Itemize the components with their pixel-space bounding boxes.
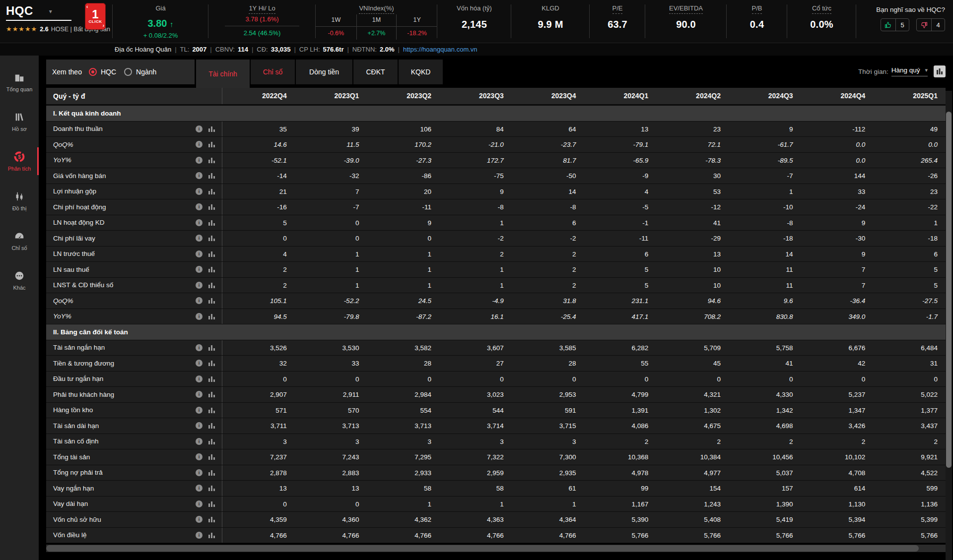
- info-icon[interactable]: i: [196, 453, 203, 460]
- row-chart-icon[interactable]: [208, 470, 215, 476]
- info-icon[interactable]: i: [196, 438, 203, 445]
- info-icon[interactable]: i: [196, 141, 203, 148]
- cell-value: 144: [801, 168, 874, 184]
- cell-value: 4,363: [439, 512, 512, 527]
- row-chart-icon[interactable]: [208, 501, 215, 507]
- row-chart-icon[interactable]: [208, 157, 215, 163]
- cell-value: 11: [729, 278, 801, 293]
- cell-value: 6: [873, 247, 946, 262]
- info-icon[interactable]: i: [196, 235, 203, 242]
- row-chart-icon[interactable]: [208, 126, 215, 132]
- row-chart-icon[interactable]: [208, 454, 215, 460]
- ticker-underline: [6, 20, 71, 21]
- row-chart-icon[interactable]: [208, 298, 215, 304]
- tab-kqkd[interactable]: KQKD: [399, 60, 443, 84]
- row-chart-icon[interactable]: [208, 266, 215, 272]
- sidebar-item-tong-quan[interactable]: Tổng quan: [0, 62, 39, 102]
- view-radio-ng-nh[interactable]: Ngành: [124, 68, 156, 76]
- sidebar-item-label: Khác: [13, 285, 25, 291]
- info-icon[interactable]: i: [196, 203, 203, 210]
- sidebar-item-phan-tich[interactable]: $Phân tích: [0, 141, 39, 181]
- row-chart-icon[interactable]: [208, 173, 215, 179]
- row-chart-icon[interactable]: [208, 485, 215, 491]
- horizontal-scrollbar[interactable]: [46, 545, 946, 552]
- one-click-logo[interactable]: ‹ 1 CLICK ›: [85, 3, 106, 30]
- cell-value: -27.3: [367, 153, 439, 168]
- info-icon[interactable]: i: [196, 407, 203, 414]
- cell-value: 23: [873, 184, 946, 199]
- info-icon[interactable]: i: [196, 485, 203, 492]
- company-link[interactable]: https://hoangquan.com.vn: [403, 46, 477, 53]
- info-icon[interactable]: i: [196, 422, 203, 429]
- horizontal-scrollbar-thumb[interactable]: [46, 545, 919, 552]
- chart-view-button[interactable]: [934, 65, 946, 77]
- info-icon[interactable]: i: [196, 360, 203, 367]
- info-icon[interactable]: i: [196, 391, 203, 398]
- info-icon[interactable]: i: [196, 266, 203, 273]
- vertical-scrollbar-thumb[interactable]: [946, 112, 952, 468]
- tab-d-ng-ti-n[interactable]: Dòng tiền: [296, 60, 352, 84]
- sidebar-item-ho-so[interactable]: Hồ sơ: [0, 102, 39, 141]
- cell-value: 13: [584, 122, 657, 137]
- row-chart-icon[interactable]: [208, 204, 215, 210]
- tab-ch-s-[interactable]: Chỉ số: [251, 60, 295, 84]
- info-icon[interactable]: i: [196, 250, 203, 257]
- cell-value: -112: [801, 122, 874, 137]
- time-period-select[interactable]: Thời gian: Hàng quý ▾: [858, 66, 928, 76]
- dislike-button[interactable]: 4: [916, 18, 945, 31]
- row-chart-icon[interactable]: [208, 188, 215, 194]
- row-chart-icon[interactable]: [208, 141, 215, 147]
- chevron-down-icon[interactable]: ▾: [49, 8, 52, 15]
- row-chart-icon[interactable]: [208, 235, 215, 241]
- info-icon[interactable]: i: [196, 375, 203, 382]
- sidebar-item-chi-so[interactable]: Chỉ số: [0, 221, 39, 260]
- row-chart-icon[interactable]: [208, 532, 215, 538]
- vertical-scrollbar[interactable]: [946, 91, 952, 560]
- info-icon[interactable]: i: [196, 157, 203, 164]
- tab-cđkt[interactable]: CĐKT: [353, 60, 398, 84]
- row-chart-icon[interactable]: [208, 438, 215, 444]
- row-label: QoQ%: [53, 141, 196, 148]
- row-chart-icon[interactable]: [208, 376, 215, 382]
- tab-t-i-ch-nh[interactable]: Tài chính: [196, 60, 250, 88]
- like-button[interactable]: 5: [881, 18, 909, 31]
- cell-value: 3,713: [367, 418, 439, 434]
- info-icon[interactable]: i: [196, 297, 203, 304]
- row-chart-icon[interactable]: [208, 407, 215, 413]
- info-icon[interactable]: i: [196, 188, 203, 195]
- info-icon[interactable]: i: [196, 500, 203, 507]
- info-icon[interactable]: i: [196, 532, 203, 539]
- info-icon[interactable]: i: [196, 282, 203, 289]
- cell-value: 0: [729, 372, 801, 387]
- row-chart-icon[interactable]: [208, 360, 215, 366]
- info-icon[interactable]: i: [196, 219, 203, 226]
- row-label: LN sau thuế: [53, 266, 196, 273]
- table-row: Chi phí lãi vayi000-2-2-11-29-18-30-18: [46, 231, 946, 247]
- sidebar-item-khac[interactable]: Khác: [0, 260, 39, 300]
- ticker-symbol[interactable]: HQC: [6, 4, 33, 18]
- cell-value: 570: [295, 403, 367, 418]
- cell-value: 45: [656, 356, 729, 371]
- cell-value: 1: [439, 497, 512, 512]
- info-icon[interactable]: i: [196, 344, 203, 351]
- row-label-cell: Vốn chủ sở hữui: [46, 512, 222, 527]
- ticker-cell: HQC ▾ ‹ 1 CLICK › ★★★★★ 2.6 HOSE | Bất đ…: [0, 0, 113, 43]
- info-icon[interactable]: i: [196, 125, 203, 132]
- row-chart-icon[interactable]: [208, 391, 215, 397]
- cell-value: -2: [512, 231, 584, 246]
- row-chart-icon[interactable]: [208, 220, 215, 226]
- info-icon[interactable]: i: [196, 516, 203, 523]
- row-chart-icon[interactable]: [208, 282, 215, 288]
- sidebar-item-do-thi[interactable]: Đồ thị: [0, 181, 39, 221]
- info-icon[interactable]: i: [196, 313, 203, 320]
- row-chart-icon[interactable]: [208, 313, 215, 319]
- info-icon[interactable]: i: [196, 172, 203, 179]
- row-chart-icon[interactable]: [208, 423, 215, 429]
- row-label: Giá vốn hàng bán: [53, 172, 196, 180]
- row-chart-icon[interactable]: [208, 251, 215, 257]
- row-chart-icon[interactable]: [208, 345, 215, 351]
- row-chart-icon[interactable]: [208, 516, 215, 522]
- info-icon[interactable]: i: [196, 469, 203, 476]
- cell-value: 231.1: [584, 293, 657, 309]
- view-radio-hqc[interactable]: HQC: [89, 68, 116, 76]
